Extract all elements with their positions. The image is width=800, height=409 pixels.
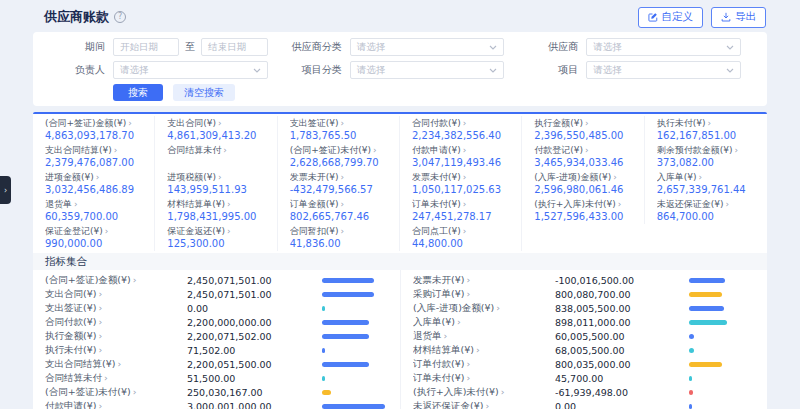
project-category-select[interactable]: 请选择 (350, 61, 505, 79)
metric-value: 162,167,851.00 (657, 130, 761, 142)
metric-card[interactable]: 进项税额(¥)› 143,959,511.93 (155, 170, 277, 197)
metric-card[interactable]: 保证金返还(¥)› 125,300.00 (155, 224, 277, 251)
list-item-label: 执行金额(¥) (45, 330, 96, 341)
metric-card[interactable]: (合同+签证)未付(¥)› 2,628,668,799.70 (278, 143, 400, 170)
download-icon (721, 12, 731, 22)
list-item[interactable]: (合同+签证)未付(¥)› 250,030,167.00 (33, 385, 400, 399)
metric-label: 合同暂扣(¥) (290, 226, 339, 236)
project-select[interactable]: 请选择 (586, 61, 741, 79)
customize-button[interactable]: 自定义 (638, 7, 704, 28)
metric-card[interactable]: 剩余预付款金额(¥)› 373,082.00 (645, 143, 767, 170)
list-item-label: 合同结算未付 (45, 372, 102, 383)
metric-card[interactable]: (合同+签证)金额(¥)› 4,863,093,178.70 (33, 116, 155, 143)
metric-label: 订单金额(¥) (290, 199, 339, 209)
metric-value: 3,465,934,033.46 (534, 157, 637, 169)
metric-card[interactable]: 发票未付(¥)› 1,050,117,025.63 (400, 170, 522, 197)
metric-card[interactable]: 订单金额(¥)› 802,665,767.46 (278, 197, 400, 224)
metric-label: 退货单 (45, 199, 72, 209)
chevron-right-icon: › (98, 344, 102, 355)
metric-card[interactable]: 材料结算单(¥)› 1,798,431,995.00 (155, 197, 277, 224)
supplier-select[interactable]: 请选择 (586, 38, 741, 56)
list-item[interactable]: 发票未开(¥)› -100,016,500.00 (401, 273, 767, 287)
clear-search-button[interactable]: 清空搜索 (173, 84, 235, 101)
list-item[interactable]: 采购订单(¥)› 800,080,700.00 (401, 287, 767, 301)
start-date-input[interactable]: 开始日期 (113, 38, 179, 56)
list-item-label: 未返还保证金(¥) (413, 400, 483, 409)
list-item-bar (689, 348, 755, 353)
metric-card[interactable]: 保证金登记(¥)› 990,000.00 (33, 224, 155, 251)
metric-card[interactable]: 合同结算未付› (155, 143, 277, 170)
list-item[interactable]: 订单付款(¥)› 800,035,000.00 (401, 357, 767, 371)
list-item[interactable]: 执行金额(¥)› 2,200,071,502.00 (33, 329, 400, 343)
metric-label: 发票未开(¥) (290, 172, 339, 182)
list-item[interactable]: 退货单› 60,005,500.00 (401, 329, 767, 343)
chevron-right-icon: › (98, 400, 102, 409)
metric-label: (入库-进项)金额(¥) (534, 172, 611, 182)
metric-card[interactable]: 订单未付(¥)› 247,451,278.17 (400, 197, 522, 224)
end-date-input[interactable]: 结束日期 (201, 38, 267, 56)
metric-card[interactable]: 合同暂扣(¥)› 41,836.00 (278, 224, 400, 251)
chevron-right-icon: › (466, 358, 470, 369)
list-item-bar (322, 334, 388, 339)
list-item[interactable]: 材料结算单(¥)› 68,005,500.00 (401, 343, 767, 357)
metric-card[interactable]: 付款登记(¥)› 3,465,934,033.46 (522, 143, 644, 170)
metric-card[interactable]: 合同点工(¥)› 44,800.00 (400, 224, 522, 251)
list-item-value: 71,502.00 (187, 345, 295, 356)
metric-label: 订单未付(¥) (412, 199, 461, 209)
metric-card[interactable]: 发票未开(¥)› -432,479,566.57 (278, 170, 400, 197)
metric-value: 3,032,456,486.89 (45, 184, 148, 196)
list-item[interactable]: 支出签证(¥)› 0.00 (33, 301, 400, 315)
list-item[interactable]: 合同付款(¥)› 2,200,000,000.00 (33, 315, 400, 329)
list-item[interactable]: 未返还保证金(¥)› 0.00 (401, 399, 767, 409)
list-item-value: 800,035,000.00 (555, 359, 663, 370)
metric-card[interactable]: 进项金额(¥)› 3,032,456,486.89 (33, 170, 155, 197)
metric-label: 保证金登记(¥) (45, 226, 103, 236)
chevron-right-icon: › (133, 274, 137, 285)
metric-card[interactable]: 支出合同结算(¥)› 2,379,476,087.00 (33, 143, 155, 170)
metric-card[interactable]: 支出签证(¥)› 1,783,765.50 (278, 116, 400, 143)
list-item-label: 合同付款(¥) (45, 316, 96, 327)
list-item[interactable]: 付款申请(¥)› 3,000,001,000.00 (33, 399, 400, 409)
metric-card[interactable]: 合同付款(¥)› 2,234,382,556.40 (400, 116, 522, 143)
list-item[interactable]: (合同+签证)金额(¥)› 2,450,071,501.00 (33, 273, 400, 287)
list-item[interactable]: 执行未付(¥)› 71,502.00 (33, 343, 400, 357)
metric-card[interactable]: (执行+入库)未付(¥)› 1,527,596,433.00 (522, 197, 644, 224)
search-button[interactable]: 搜索 (113, 84, 163, 101)
list-item[interactable]: 入库单(¥)› 898,011,000.00 (401, 315, 767, 329)
chevron-right-icon: › (105, 226, 109, 236)
list-item-label: 订单未付(¥) (413, 372, 464, 383)
list-item[interactable]: 支出合同(¥)› 2,450,071,501.00 (33, 287, 400, 301)
supplier-category-select[interactable]: 请选择 (350, 38, 505, 56)
metric-card[interactable]: (入库-进项)金额(¥)› 2,596,980,061.46 (522, 170, 644, 197)
metric-label: (合同+签证)未付(¥) (290, 145, 371, 155)
export-button[interactable]: 导出 (711, 7, 766, 28)
metric-value: 2,396,550,485.00 (534, 130, 637, 142)
owner-select[interactable]: 请选择 (113, 61, 268, 79)
list-item[interactable]: 支出合同结算(¥)› 2,200,051,500.00 (33, 357, 400, 371)
drawer-handle[interactable]: › (0, 176, 11, 204)
metric-card[interactable]: 入库单(¥)› 2,657,339,761.44 (645, 170, 767, 197)
metric-label: 入库单(¥) (657, 172, 697, 182)
project-category-field: 项目分类 请选择 (282, 61, 519, 79)
list-item[interactable]: 合同结算未付› 51,500.00 (33, 371, 400, 385)
metric-card[interactable]: 付款申请(¥)› 3,047,119,493.46 (400, 143, 522, 170)
metric-card[interactable]: 支出合同(¥)› 4,861,309,413.20 (155, 116, 277, 143)
date-separator: 至 (185, 40, 195, 54)
list-item-label: 支出合同(¥) (45, 288, 96, 299)
list-item[interactable]: (入库-进项)金额(¥)› 838,005,500.00 (401, 301, 767, 315)
help-icon[interactable]: ? (114, 11, 126, 23)
list-item[interactable]: 订单未付(¥)› 45,700.00 (401, 371, 767, 385)
metric-label: 材料结算单(¥) (167, 199, 225, 209)
list-item-label: 材料结算单(¥) (413, 344, 474, 355)
metric-card[interactable]: 执行未付(¥)› 162,167,851.00 (645, 116, 767, 143)
metric-value: 1,783,765.50 (290, 130, 393, 142)
metric-card[interactable]: 退货单› 60,359,700.00 (33, 197, 155, 224)
list-item[interactable]: (执行+入库)未付(¥)› -61,939,498.00 (401, 385, 767, 399)
metrics-grid: (合同+签证)金额(¥)› 4,863,093,178.70 支出合同(¥)› … (33, 114, 767, 253)
metric-label: 付款登记(¥) (534, 145, 583, 155)
chevron-right-icon: › (340, 172, 344, 182)
metric-card[interactable]: 执行金额(¥)› 2,396,550,485.00 (522, 116, 644, 143)
list-item-bar (689, 390, 755, 395)
metric-label: 支出合同结算(¥) (45, 145, 112, 155)
metric-card[interactable]: 未返还保证金(¥)› 864,700.00 (645, 197, 767, 224)
